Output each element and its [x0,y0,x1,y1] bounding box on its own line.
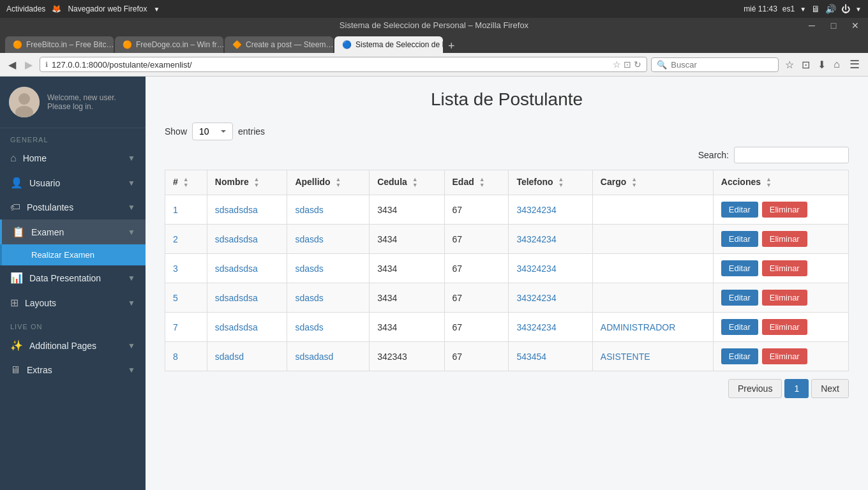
cell-nombre[interactable]: sdadsd [207,342,287,371]
cell-apellido[interactable]: sdasds [287,313,370,342]
edit-button[interactable]: Editar [721,319,758,335]
bookmark-list-icon[interactable]: ☆ [782,57,797,72]
cell-apellido[interactable]: sdasds [287,254,370,283]
search-input[interactable] [671,60,773,70]
col-header-id[interactable]: # ▲▼ [165,170,207,195]
cell-id[interactable]: 2 [165,225,207,254]
sidebar-item-extras[interactable]: 🖥 Extras ▼ [0,358,146,382]
tab-icon-sistema: 🔵 [342,40,352,49]
cell-telefono[interactable]: 543454 [509,342,592,371]
tab-label-freedoge: FreeDoge.co.in – Win fr… [136,40,223,49]
pocket-icon[interactable]: ⊡ [799,57,812,72]
tab-icon-freedoge: 🟠 [123,40,132,49]
search-bar[interactable]: 🔍 [651,57,779,72]
user-login-text: Please log in. [47,102,116,111]
delete-button[interactable]: Eliminar [762,348,807,364]
edit-button[interactable]: Editar [721,260,758,276]
col-header-telefono[interactable]: Telefono ▲▼ [509,170,592,195]
new-tab-button[interactable]: + [444,40,459,53]
bookmark-star-icon[interactable]: ☆ [613,59,621,70]
activities-label[interactable]: Actividades [6,4,45,13]
cell-nombre[interactable]: sdsadsdsa [207,195,287,225]
delete-button[interactable]: Eliminar [762,260,807,276]
cell-telefono[interactable]: 34324234 [509,195,592,225]
cell-acciones: Editar Eliminar [713,313,848,342]
sidebar-item-additional-pages[interactable]: ✨ Additional Pages ▼ [0,333,146,358]
delete-button[interactable]: Eliminar [762,319,807,335]
home-icon: ⌂ [10,152,17,164]
cell-telefono[interactable]: 34324234 [509,254,592,283]
tab-sistema[interactable]: 🔵 Sistema de Seleccion de P… ✕ [334,36,443,53]
sidebar-item-home[interactable]: ⌂ Home ▼ [0,146,146,170]
col-header-edad[interactable]: Edad ▲▼ [444,170,509,195]
home-browser-icon[interactable]: ⌂ [831,57,842,72]
edit-button[interactable]: Editar [721,290,758,306]
cell-nombre[interactable]: sdsadsdsa [207,225,287,254]
url-bar[interactable]: ℹ 127.0.0.1:8000/postulante/examenlist/ … [40,57,647,72]
sidebar-item-data-presentation[interactable]: 📊 Data Presentation ▼ [0,265,146,290]
cell-apellido[interactable]: sdasds [287,283,370,313]
forward-button[interactable]: ▶ [22,57,36,72]
next-button[interactable]: Next [811,379,849,398]
cell-id[interactable]: 8 [165,342,207,371]
col-header-cargo[interactable]: Cargo ▲▼ [592,170,713,195]
delete-button[interactable]: Eliminar [762,290,807,306]
close-button[interactable]: ✕ [845,17,865,34]
window-monitor-icon[interactable]: 🖥 [811,4,820,14]
col-header-nombre[interactable]: Nombre ▲▼ [207,170,287,195]
cell-nombre[interactable]: sdsadsdsa [207,254,287,283]
tab-freebitco[interactable]: 🟠 FreeBitco.in – Free Bitc… ✕ [5,36,114,53]
sidebar-item-usuario[interactable]: 👤 Usuario ▼ [0,170,146,195]
edit-button[interactable]: Editar [721,348,758,364]
sidebar-item-postulantes[interactable]: 🏷 Postulantes ▼ [0,195,146,219]
cell-apellido[interactable]: sdasds [287,225,370,254]
cell-telefono[interactable]: 34324234 [509,283,592,313]
cell-telefono[interactable]: 34324234 [509,225,592,254]
reload-icon[interactable]: ↻ [634,59,641,70]
edit-button[interactable]: Editar [721,231,758,247]
cell-acciones: Editar Eliminar [713,225,848,254]
power-icon[interactable]: ⏻ [841,4,850,14]
cell-cedula: 342343 [370,342,444,371]
edit-button[interactable]: Editar [721,202,758,218]
tab-label-steemit: Create a post — Steem… [246,40,333,49]
cell-id[interactable]: 3 [165,254,207,283]
cell-nombre[interactable]: sdsadsdsa [207,313,287,342]
tab-steemit[interactable]: 🔶 Create a post — Steem… ✕ [225,36,333,53]
browser-dropdown-icon[interactable]: ▼ [153,6,160,13]
browser-tabs-bar: 🟠 FreeBitco.in – Free Bitc… ✕ 🟠 FreeDoge… [0,33,868,53]
minimize-button[interactable]: ─ [802,17,822,34]
col-header-apellido[interactable]: Apellido ▲▼ [287,170,370,195]
url-text[interactable]: 127.0.0.1:8000/postulante/examenlist/ [52,60,609,70]
sidebar-item-examen[interactable]: 📋 Examen ▼ [0,219,146,244]
cell-apellido[interactable]: sdsadasd [287,342,370,371]
entries-select[interactable]: 10 25 50 100 [192,122,233,140]
cell-cedula: 3434 [370,225,444,254]
volume-icon[interactable]: 🔊 [825,4,836,14]
cell-id[interactable]: 7 [165,313,207,342]
sidebar-subitem-realizar-examen[interactable]: Realizar Examen [0,244,146,265]
delete-button[interactable]: Eliminar [762,231,807,247]
tab-freedoge[interactable]: 🟠 FreeDoge.co.in – Win fr… ✕ [115,36,223,53]
col-header-acciones: Acciones ▲▼ [713,170,848,195]
cell-id[interactable]: 1 [165,195,207,225]
page-1-button[interactable]: 1 [784,379,809,398]
hamburger-menu-button[interactable]: ☰ [846,56,863,73]
cell-id[interactable]: 5 [165,283,207,313]
maximize-button[interactable]: □ [823,17,844,34]
cell-telefono[interactable]: 34324234 [509,313,592,342]
sidebar-item-layouts[interactable]: ⊞ Layouts ▼ [0,290,146,315]
back-button[interactable]: ◀ [5,57,19,72]
previous-button[interactable]: Previous [728,379,782,398]
show-label: Show [165,126,187,137]
delete-button[interactable]: Eliminar [762,202,807,218]
lang-dropdown-icon[interactable]: ▼ [800,6,806,13]
cell-apellido[interactable]: sdasds [287,195,370,225]
col-header-cedula[interactable]: Cedula ▲▼ [370,170,444,195]
cell-nombre[interactable]: sdsadsdsa [207,283,287,313]
table-search-input[interactable] [734,147,849,163]
download-icon[interactable]: ⬇ [815,57,828,72]
screenshot-icon[interactable]: ⊡ [624,59,631,70]
power-dropdown-icon[interactable]: ▼ [855,6,862,13]
sparkle-icon: ✨ [10,339,23,352]
